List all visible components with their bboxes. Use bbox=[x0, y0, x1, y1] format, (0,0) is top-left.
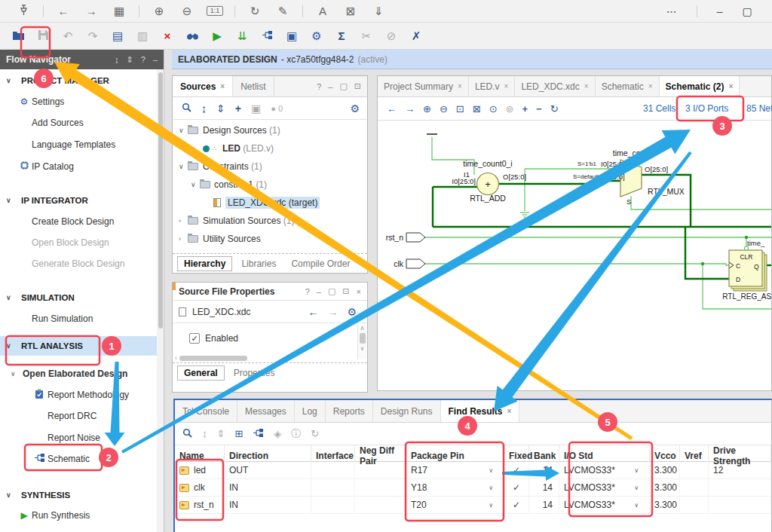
tree-item-simulation-sources[interactable]: › Simulation Sources (1) bbox=[173, 212, 367, 230]
float-panel-icon[interactable]: ⊡ bbox=[342, 286, 349, 296]
table-row[interactable]: led OUT R17∨ ✓ 14 LVCMOS33*∨ 3.300 12 bbox=[175, 462, 771, 479]
scroll-down-icon[interactable]: ∨ bbox=[360, 345, 365, 352]
minimize-panel-icon[interactable]: – bbox=[153, 55, 158, 65]
attach-icon[interactable]: ⊘ bbox=[384, 29, 399, 43]
rotate-icon[interactable]: ↻ bbox=[247, 5, 263, 18]
sidebar-item-run-synthesis[interactable]: ▶Run Synthesis bbox=[0, 506, 164, 525]
tree-item-led-module[interactable]: ∴ LED (LED.v) bbox=[173, 139, 367, 157]
chevron-down-icon[interactable]: ∨ bbox=[489, 502, 493, 509]
chevron-down-icon[interactable]: ∨ bbox=[6, 294, 11, 301]
back-icon[interactable]: ← bbox=[387, 103, 397, 115]
maximize-panel-icon[interactable]: ▢ bbox=[339, 81, 347, 91]
chevron-down-icon[interactable]: ∨ bbox=[634, 485, 639, 491]
cut-icon[interactable]: ✂ bbox=[359, 29, 374, 43]
chevron-right-icon[interactable]: › bbox=[179, 217, 181, 225]
chevron-down-icon[interactable]: ∨ bbox=[6, 197, 11, 204]
collapse-cone-icon[interactable]: − bbox=[536, 103, 542, 115]
tab-hierarchy[interactable]: Hierarchy bbox=[177, 256, 232, 271]
sidebar-item-create-block-design[interactable]: Create Block Design bbox=[0, 212, 164, 231]
close-icon[interactable]: × bbox=[220, 82, 225, 90]
sidebar-item-add-sources[interactable]: Add Sources bbox=[0, 113, 164, 133]
sidebar-item-ip-catalog[interactable]: IP Catalog bbox=[0, 157, 164, 176]
undo-icon[interactable]: ↶ bbox=[60, 29, 75, 43]
tree-item-constrs-1[interactable]: ∨ constrs_1 (1) bbox=[173, 176, 367, 194]
tab-led-v[interactable]: LED.v× bbox=[469, 76, 516, 96]
chevron-right-icon[interactable]: › bbox=[179, 235, 181, 243]
select-region-icon[interactable]: ⊠ bbox=[342, 5, 359, 18]
back-icon[interactable]: ← bbox=[308, 306, 318, 318]
sidebar-section-project-manager[interactable]: ∨PROJECT MANAGER bbox=[0, 71, 164, 90]
collapse-all-icon[interactable]: ↨ bbox=[115, 55, 119, 65]
scroll-up-icon[interactable]: ∧ bbox=[360, 325, 365, 332]
cell-io-std[interactable]: LVCMOS33*∨ bbox=[559, 497, 650, 513]
chevron-down-icon[interactable]: ∨ bbox=[489, 467, 493, 474]
zoom-in-icon[interactable]: ⊕ bbox=[423, 103, 431, 115]
export-icon[interactable]: ⇓ bbox=[370, 5, 387, 18]
tab-design-runs[interactable]: Design Runs bbox=[373, 400, 441, 422]
io-ports-link[interactable]: 3 I/O Ports bbox=[685, 103, 728, 114]
table-row[interactable]: clk IN Y18∨ ✓ 14 LVCMOS33*∨ 3.300 bbox=[175, 479, 771, 497]
chevron-down-icon[interactable]: ∨ bbox=[6, 77, 11, 84]
sum-icon[interactable]: Σ bbox=[334, 29, 349, 42]
cells-link[interactable]: 31 Cells bbox=[643, 103, 676, 114]
group-icon[interactable]: ⊞ bbox=[234, 428, 243, 439]
copy-icon[interactable]: ▤ bbox=[110, 29, 125, 43]
tab-libraries[interactable]: Libraries bbox=[235, 257, 282, 271]
search-icon[interactable] bbox=[182, 102, 191, 115]
close-icon[interactable]: × bbox=[648, 82, 653, 90]
paste-icon[interactable]: ▥ bbox=[135, 29, 150, 43]
expand-cone-icon[interactable]: + bbox=[522, 103, 528, 115]
tab-reports[interactable]: Reports bbox=[326, 400, 373, 422]
tab-led-xdc[interactable]: LED_XDC.xdc× bbox=[515, 76, 595, 96]
cell-package-pin[interactable]: R17∨ bbox=[406, 462, 504, 478]
sidebar-section-rtl-analysis[interactable]: ∨RTL ANALYSIS bbox=[0, 336, 164, 356]
tab-general[interactable]: General bbox=[177, 365, 225, 381]
cell-fixed[interactable]: ✓ bbox=[504, 479, 529, 496]
cell-fixed[interactable]: ✓ bbox=[504, 462, 529, 478]
schematic-icon[interactable] bbox=[259, 29, 274, 42]
sidebar-item-report-drc[interactable]: Report DRC bbox=[0, 406, 164, 426]
zoom-in-icon[interactable]: ⊕ bbox=[151, 5, 167, 18]
minimize-panel-icon[interactable]: – bbox=[328, 82, 332, 91]
settings-icon[interactable]: ⚙ bbox=[309, 29, 324, 43]
settings-gear-icon[interactable]: ⚙ bbox=[347, 306, 357, 318]
float-panel-icon[interactable]: ⊡ bbox=[354, 81, 361, 91]
close-icon[interactable]: × bbox=[584, 82, 589, 90]
sidebar-item-report-noise[interactable]: Report Noise bbox=[0, 428, 164, 448]
mark-icon[interactable]: ✗ bbox=[409, 29, 424, 43]
close-icon[interactable]: × bbox=[458, 82, 462, 90]
chevron-down-icon[interactable]: ∨ bbox=[191, 181, 196, 188]
tab-properties[interactable]: Properties bbox=[228, 366, 281, 380]
table-row[interactable]: rst_n IN T20∨ ✓ 14 LVCMOS33*∨ 3.300 bbox=[175, 497, 771, 514]
forward-icon[interactable]: → bbox=[405, 103, 415, 115]
tab-project-summary[interactable]: Project Summary× bbox=[378, 76, 469, 96]
pin-icon[interactable] bbox=[15, 5, 32, 18]
edit-icon[interactable]: ✎ bbox=[274, 5, 291, 18]
sidebar-item-schematic[interactable]: Schematic bbox=[0, 449, 164, 469]
tab-schematic[interactable]: Schematic× bbox=[596, 76, 660, 96]
chevron-down-icon[interactable]: ∨ bbox=[179, 127, 184, 134]
scroll-left-icon[interactable]: ‹ bbox=[175, 354, 177, 362]
tab-messages[interactable]: Messages bbox=[237, 400, 295, 422]
forward-icon[interactable]: → bbox=[327, 306, 338, 318]
schematic-canvas[interactable]: + time_count0_i RTL_ADD I1 I0[25:0] O[25… bbox=[378, 121, 771, 389]
close-icon[interactable]: × bbox=[729, 82, 734, 90]
help-icon[interactable]: ? bbox=[141, 55, 146, 65]
more-icon[interactable]: ⋯ bbox=[666, 5, 677, 17]
delete-icon[interactable]: × bbox=[160, 29, 175, 42]
enabled-checkbox[interactable]: ✓ bbox=[189, 333, 200, 344]
back-icon[interactable]: ← bbox=[55, 5, 72, 17]
expand-all-icon[interactable]: ⇕ bbox=[216, 102, 225, 115]
maximize-panel-icon[interactable]: ▢ bbox=[328, 286, 335, 296]
settings-gear-icon[interactable]: ⚙ bbox=[350, 102, 367, 115]
sidebar-item-open-elaborated-design[interactable]: ∨Open Elaborated Design bbox=[0, 364, 164, 384]
autofit-icon[interactable]: ⊙ bbox=[489, 103, 498, 115]
report-icon[interactable]: ▣ bbox=[284, 29, 299, 43]
redo-icon[interactable]: ↷ bbox=[85, 29, 100, 43]
minimize-panel-icon[interactable]: – bbox=[317, 287, 321, 296]
tree-item-led-xdc[interactable]: LED_XDC.xdc (target) bbox=[173, 194, 367, 212]
tab-netlist[interactable]: Netlist bbox=[233, 76, 274, 96]
zoom-out-icon[interactable]: ⊖ bbox=[440, 103, 448, 115]
close-icon[interactable]: × bbox=[357, 287, 361, 296]
schematic-icon[interactable] bbox=[253, 428, 264, 440]
